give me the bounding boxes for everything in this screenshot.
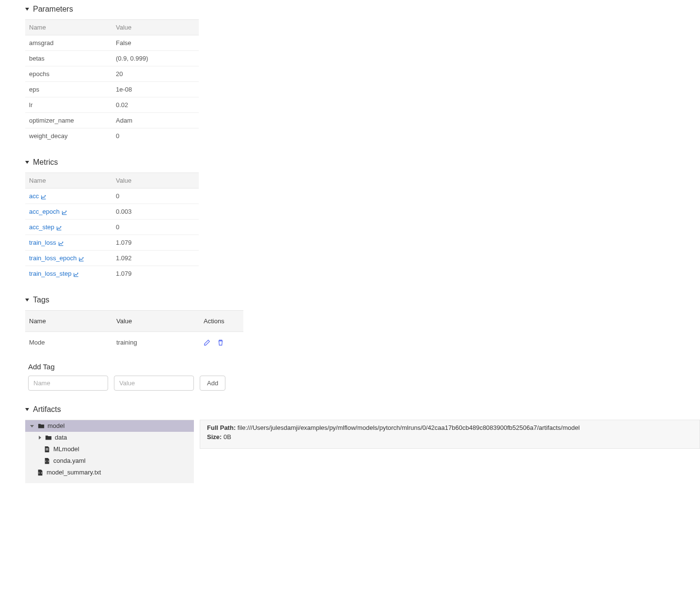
metrics-table: Name Value acc0acc_epoch0.003acc_step0tr… [25,173,199,281]
tags-section: Tags Name Value Actions Modetraining Add… [25,296,700,391]
table-row: lr0.02 [25,97,199,113]
tree-label: model [48,421,64,431]
metrics-title: Metrics [33,158,58,167]
chart-icon[interactable] [79,256,84,261]
artifacts-panel: model data MLmodel [25,420,700,483]
metric-link[interactable]: train_loss_step [29,270,71,277]
tag-value-input[interactable] [114,376,194,391]
chart-icon[interactable] [58,241,64,246]
caret-down-icon [25,408,29,411]
metrics-section: Metrics Name Value acc0acc_epoch0.003acc… [25,158,700,281]
col-actions: Actions [200,311,243,332]
artifacts-title: Artifacts [33,405,61,414]
metric-value: 0 [112,189,199,204]
table-row: epochs20 [25,66,199,82]
tags-header[interactable]: Tags [25,296,700,304]
param-value: 20 [112,66,199,82]
tree-node-summary[interactable]: model_summary.txt [25,467,194,478]
caret-down-icon [25,161,29,164]
full-path-label: Full Path: [207,424,236,431]
caret-down-icon [30,425,34,427]
add-tag-button[interactable]: Add [200,376,225,391]
table-row: acc_step0 [25,220,199,235]
size-label: Size: [207,433,222,441]
metric-link[interactable]: acc_step [29,223,54,231]
tree-node-conda[interactable]: conda.yaml [25,455,194,467]
caret-right-icon [39,436,41,440]
tree-label: model_summary.txt [47,468,101,477]
artifacts-header[interactable]: Artifacts [25,405,700,414]
table-row: eps1e-08 [25,82,199,97]
table-row: weight_decay0 [25,128,199,144]
tree-label: data [55,433,67,442]
param-value: 0.02 [112,97,199,113]
col-value: Value [112,311,200,332]
param-value: 1e-08 [112,82,199,97]
full-path-value: file:///Users/julesdamji/examples/py/mlf… [238,424,580,431]
tag-value: training [112,332,200,353]
metric-link[interactable]: train_loss_epoch [29,254,77,262]
param-name: lr [25,97,112,113]
tags-table: Name Value Actions Modetraining [25,310,243,353]
param-value: 0 [112,128,199,144]
tree-node-data[interactable]: data [25,432,194,443]
metric-value: 1.092 [112,251,199,266]
parameters-section: Parameters Name Value amsgradFalsebetas(… [25,5,700,143]
chart-icon[interactable] [73,272,79,277]
caret-down-icon [25,299,29,301]
param-name: eps [25,82,112,97]
tag-name: Mode [25,332,112,353]
table-row: Modetraining [25,332,243,353]
caret-down-icon [25,8,29,11]
col-value: Value [112,20,199,35]
param-name: weight_decay [25,128,112,144]
table-row: train_loss1.079 [25,235,199,251]
table-row: optimizer_nameAdam [25,113,199,128]
param-name: epochs [25,66,112,82]
add-tag-label: Add Tag [28,363,700,371]
param-value: Adam [112,113,199,128]
edit-icon[interactable] [204,339,210,346]
delete-icon[interactable] [217,339,224,346]
table-row: betas(0.9, 0.999) [25,51,199,66]
metric-value: 0.003 [112,204,199,220]
artifact-details: Full Path: file:///Users/julesdamji/exam… [200,420,700,449]
param-value: False [112,35,199,51]
col-name: Name [25,311,112,332]
parameters-header[interactable]: Parameters [25,5,700,14]
add-tag-row: Add [28,376,700,391]
col-value: Value [112,173,199,189]
folder-icon [45,434,52,441]
col-name: Name [25,173,112,189]
tag-name-input[interactable] [28,376,108,391]
metric-link[interactable]: acc_epoch [29,208,60,215]
metric-value: 1.079 [112,266,199,282]
metric-link[interactable]: train_loss [29,239,56,246]
code-file-icon [44,457,50,464]
metrics-header[interactable]: Metrics [25,158,700,167]
tree-node-model[interactable]: model [25,420,194,432]
table-row: acc_epoch0.003 [25,204,199,220]
chart-icon[interactable] [56,225,62,230]
metric-value: 1.079 [112,235,199,251]
table-row: train_loss_epoch1.092 [25,251,199,266]
param-name: amsgrad [25,35,112,51]
param-name: optimizer_name [25,113,112,128]
file-icon [44,446,50,453]
tags-title: Tags [33,296,49,304]
parameters-title: Parameters [33,5,73,14]
metric-link[interactable]: acc [29,192,39,200]
tree-label: conda.yaml [53,456,85,466]
artifacts-section: Artifacts model data [25,405,700,483]
parameters-table: Name Value amsgradFalsebetas(0.9, 0.999)… [25,19,199,143]
size-value: 0B [223,433,231,441]
col-name: Name [25,20,112,35]
metric-value: 0 [112,220,199,235]
param-name: betas [25,51,112,66]
folder-icon [38,423,45,429]
table-row: amsgradFalse [25,35,199,51]
chart-icon[interactable] [41,194,47,199]
chart-icon[interactable] [62,210,67,215]
tree-node-mlmodel[interactable]: MLmodel [25,443,194,455]
table-row: acc0 [25,189,199,204]
